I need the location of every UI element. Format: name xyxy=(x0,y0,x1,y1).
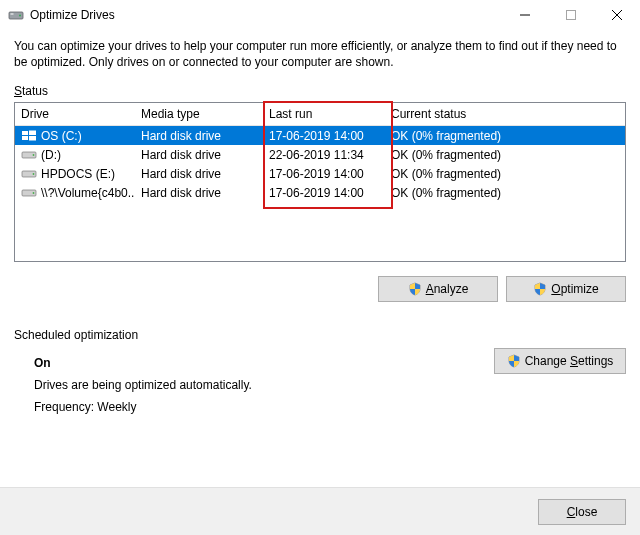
cell-last-run: 17-06-2019 14:00 xyxy=(263,129,385,143)
sched-freq: Frequency: Weekly xyxy=(34,400,252,414)
windows-icon xyxy=(21,130,37,142)
cell-media: Hard disk drive xyxy=(135,148,263,162)
minimize-button[interactable] xyxy=(502,0,548,30)
svg-point-14 xyxy=(33,173,35,175)
title-bar: Optimize Drives xyxy=(0,0,640,30)
cell-drive: HPDOCS (E:) xyxy=(15,167,135,181)
window-controls xyxy=(502,0,640,30)
svg-rect-7 xyxy=(22,131,28,135)
col-status[interactable]: Current status xyxy=(385,107,625,121)
cell-media: Hard disk drive xyxy=(135,186,263,200)
cell-status: OK (0% fragmented) xyxy=(385,167,625,181)
cell-media: Hard disk drive xyxy=(135,129,263,143)
svg-rect-1 xyxy=(11,14,14,15)
svg-rect-10 xyxy=(29,136,36,141)
drive-icon xyxy=(21,187,37,199)
optimize-button[interactable]: Optimize xyxy=(506,276,626,302)
bottom-bar: Close xyxy=(0,487,640,535)
svg-rect-8 xyxy=(29,130,36,135)
col-media[interactable]: Media type xyxy=(135,107,263,121)
maximize-button xyxy=(548,0,594,30)
svg-point-16 xyxy=(33,192,35,194)
svg-point-12 xyxy=(33,154,35,156)
change-settings-button[interactable]: Change Settings xyxy=(494,348,626,374)
cell-status: OK (0% fragmented) xyxy=(385,186,625,200)
sched-title: Scheduled optimization xyxy=(14,328,138,342)
shield-icon xyxy=(507,354,521,368)
action-buttons: Analyze Optimize xyxy=(14,276,626,302)
cell-last-run: 17-06-2019 14:00 xyxy=(263,186,385,200)
cell-drive: (D:) xyxy=(15,148,135,162)
close-dialog-button[interactable]: Close xyxy=(538,499,626,525)
table-row[interactable]: HPDOCS (E:)Hard disk drive17-06-2019 14:… xyxy=(15,164,625,183)
svg-point-2 xyxy=(19,15,21,17)
scheduled-optimization: Scheduled optimization On Drives are bei… xyxy=(14,328,626,414)
table-row[interactable]: OS (C:)Hard disk drive17-06-2019 14:00OK… xyxy=(15,126,625,145)
shield-icon xyxy=(408,282,422,296)
sched-desc: Drives are being optimized automatically… xyxy=(34,378,252,392)
intro-text: You can optimize your drives to help you… xyxy=(14,38,626,70)
drive-icon xyxy=(21,149,37,161)
table-row[interactable]: \\?\Volume{c4b0...Hard disk drive17-06-2… xyxy=(15,183,625,202)
cell-status: OK (0% fragmented) xyxy=(385,129,625,143)
cell-drive: OS (C:) xyxy=(15,129,135,143)
cell-last-run: 22-06-2019 11:34 xyxy=(263,148,385,162)
col-last[interactable]: Last run xyxy=(263,107,385,121)
content-area: You can optimize your drives to help you… xyxy=(0,30,640,414)
col-drive[interactable]: Drive xyxy=(15,107,135,121)
drive-icon xyxy=(21,168,37,180)
window-title: Optimize Drives xyxy=(30,8,115,22)
drives-listbox[interactable]: Drive Media type Last run Current status… xyxy=(14,102,626,262)
list-header: Drive Media type Last run Current status xyxy=(15,103,625,126)
cell-status: OK (0% fragmented) xyxy=(385,148,625,162)
status-label: Status xyxy=(14,84,626,98)
shield-icon xyxy=(533,282,547,296)
cell-drive: \\?\Volume{c4b0... xyxy=(15,186,135,200)
list-body: OS (C:)Hard disk drive17-06-2019 14:00OK… xyxy=(15,126,625,202)
cell-media: Hard disk drive xyxy=(135,167,263,181)
cell-last-run: 17-06-2019 14:00 xyxy=(263,167,385,181)
app-icon xyxy=(8,7,24,23)
analyze-button[interactable]: Analyze xyxy=(378,276,498,302)
svg-rect-9 xyxy=(22,136,28,140)
close-button[interactable] xyxy=(594,0,640,30)
table-row[interactable]: (D:)Hard disk drive22-06-2019 11:34OK (0… xyxy=(15,145,625,164)
svg-rect-4 xyxy=(567,11,576,20)
sched-state: On xyxy=(34,356,252,370)
